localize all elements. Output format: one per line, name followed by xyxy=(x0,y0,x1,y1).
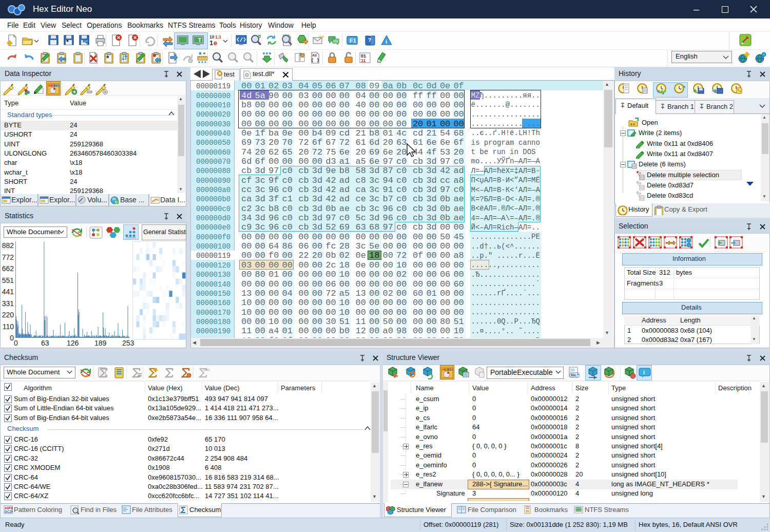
svg-text:i: i xyxy=(643,369,645,375)
svg-text:11: 11 xyxy=(361,58,366,63)
svg-text:F1: F1 xyxy=(350,37,356,44)
svg-text:???: ??? xyxy=(319,35,324,40)
svg-text:A8: A8 xyxy=(312,53,317,57)
svg-text:DC2F: DC2F xyxy=(5,510,13,514)
svg-text:1011: 1011 xyxy=(203,368,210,371)
svg-text:T: T xyxy=(198,37,201,43)
svg-text:e: e xyxy=(214,39,217,47)
svg-text:D: D xyxy=(115,200,118,204)
svg-text:DEC: DEC xyxy=(53,84,60,87)
svg-text:1: 1 xyxy=(209,39,213,47)
svg-text:i: i xyxy=(386,39,387,45)
svg-text:*: * xyxy=(66,39,69,46)
svg-text:*: * xyxy=(106,54,109,62)
svg-text:A8FB: A8FB xyxy=(5,506,13,510)
svg-text:DEC: DEC xyxy=(447,368,453,371)
svg-text:?: ? xyxy=(368,37,371,43)
svg-text:file.*: file.* xyxy=(571,373,579,377)
